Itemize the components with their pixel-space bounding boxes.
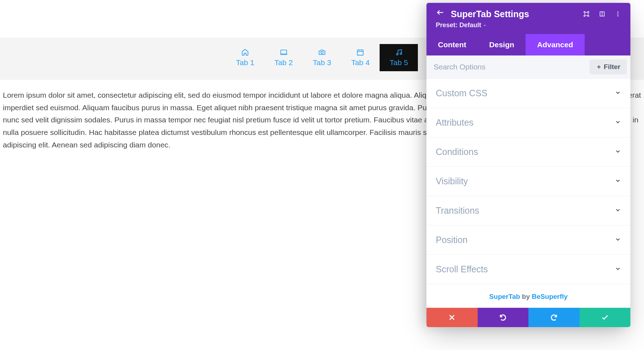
svg-point-4 [400, 53, 402, 54]
filter-label: Filter [604, 63, 620, 71]
camera-icon [318, 48, 326, 56]
dots-icon[interactable] [615, 11, 621, 17]
check-icon [601, 313, 609, 321]
preset-label: Preset: Default [436, 21, 481, 29]
tab-content[interactable]: Content [426, 34, 478, 55]
tab-4[interactable]: Tab 4 [341, 44, 380, 71]
chevron-down-icon [615, 89, 621, 97]
section-transitions[interactable]: Transitions [426, 196, 630, 225]
panel-footer [426, 308, 630, 327]
svg-point-8 [618, 14, 619, 15]
section-conditions[interactable]: Conditions [426, 137, 630, 167]
section-custom-css[interactable]: Custom CSS [426, 79, 630, 108]
section-label: Conditions [436, 147, 478, 157]
chevron-down-icon [615, 148, 621, 156]
sections-list: Custom CSS Attributes Conditions Visibil… [426, 79, 630, 284]
section-visibility[interactable]: Visibility [426, 167, 630, 196]
tab-label: Tab 2 [274, 58, 293, 67]
section-label: Custom CSS [436, 88, 487, 98]
credit-product-link[interactable]: SuperTab [489, 293, 520, 300]
settings-panel: SuperTab Settings Preset: Default Conten… [426, 3, 630, 327]
close-icon [448, 313, 456, 321]
redo-icon [550, 313, 558, 321]
tab-design[interactable]: Design [478, 34, 526, 55]
tab-1[interactable]: Tab 1 [226, 44, 264, 71]
svg-point-3 [396, 53, 398, 55]
undo-icon [499, 313, 507, 321]
tab-label: Tab 5 [390, 58, 408, 67]
section-position[interactable]: Position [426, 225, 630, 255]
section-label: Scroll Effects [436, 264, 488, 274]
chevron-down-icon [615, 207, 621, 215]
cancel-button[interactable] [426, 308, 478, 327]
save-button[interactable] [580, 308, 631, 327]
back-icon[interactable] [436, 9, 445, 19]
svg-point-1 [321, 52, 323, 54]
svg-rect-0 [280, 50, 287, 54]
plus-icon [596, 64, 602, 70]
section-scroll-effects[interactable]: Scroll Effects [426, 255, 630, 284]
section-label: Transitions [436, 205, 479, 216]
redo-button[interactable] [528, 308, 580, 327]
svg-rect-2 [357, 50, 364, 55]
filter-button[interactable]: Filter [590, 59, 627, 74]
chevron-down-icon [615, 178, 621, 185]
tab-advanced[interactable]: Advanced [526, 34, 584, 55]
tab-5[interactable]: Tab 5 [380, 44, 418, 71]
panel-header: SuperTab Settings Preset: Default [426, 3, 630, 34]
tab-2[interactable]: Tab 2 [264, 44, 303, 71]
svg-point-7 [618, 11, 619, 13]
credit-by: by [520, 293, 532, 300]
tab-label: Tab 4 [351, 58, 370, 67]
svg-point-9 [618, 15, 619, 16]
credit-author-link[interactable]: BeSuperfly [532, 293, 567, 300]
music-icon [395, 48, 403, 56]
chevron-down-icon [483, 23, 487, 28]
section-label: Visibility [436, 176, 468, 186]
layout-icon[interactable] [599, 11, 605, 17]
search-input[interactable] [426, 55, 590, 78]
tab-label: Tab 3 [313, 58, 331, 67]
section-label: Attributes [436, 117, 474, 128]
home-icon [241, 48, 249, 56]
laptop-icon [280, 48, 288, 56]
tab-label: Tab 1 [236, 58, 254, 67]
undo-button[interactable] [478, 308, 529, 327]
preset-selector[interactable]: Preset: Default [436, 21, 487, 29]
tab-3[interactable]: Tab 3 [303, 44, 341, 71]
panel-title: SuperTab Settings [451, 9, 577, 19]
search-row: Filter [426, 55, 630, 79]
expand-icon[interactable] [583, 11, 590, 17]
section-attributes[interactable]: Attributes [426, 108, 630, 137]
chevron-down-icon [615, 266, 621, 273]
chevron-down-icon [615, 236, 621, 244]
panel-tabs: Content Design Advanced [426, 34, 630, 55]
section-label: Position [436, 235, 468, 245]
chevron-down-icon [615, 119, 621, 127]
credit-line: SuperTab by BeSuperfly [426, 284, 630, 308]
calendar-icon [356, 48, 364, 56]
svg-rect-5 [585, 13, 588, 16]
